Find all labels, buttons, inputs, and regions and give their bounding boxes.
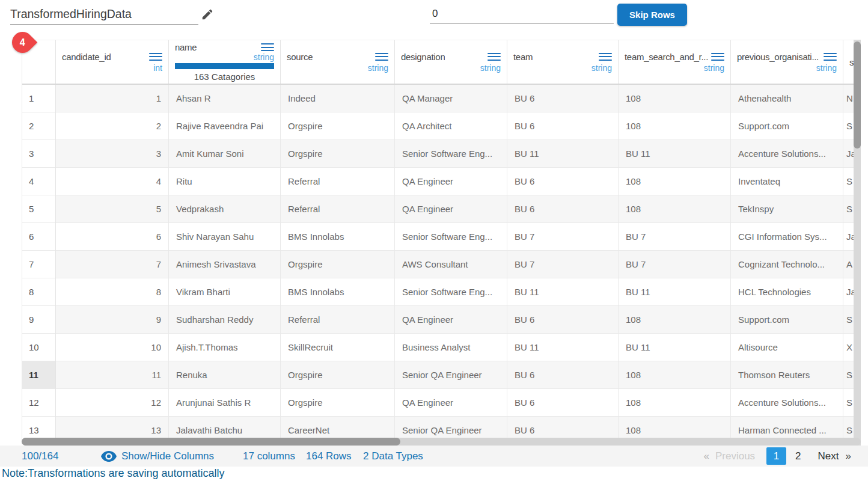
cell-source: SkillRecruit [281, 334, 395, 361]
column-header-candidate_id[interactable]: candidate_idint [56, 40, 169, 84]
cell-designation: AWS Consultant [395, 251, 507, 278]
cell-candidate_id: 9 [56, 306, 169, 334]
table-row: 99Sudharshan ReddyReferralQA EngineerBU … [22, 306, 854, 334]
types-count: 2 Data Types [363, 446, 423, 467]
table-row: 11Ahsan RIndeedQA ManagerBU 6108Athenahe… [22, 85, 854, 112]
cell-candidate_id: 2 [56, 112, 169, 140]
column-menu-icon[interactable] [261, 43, 274, 51]
column-header-name[interactable]: namestring163 Catagories [169, 40, 281, 84]
vertical-scrollbar[interactable] [854, 40, 861, 446]
cell-previous_organisati: CGI Information Sys... [731, 223, 843, 251]
cell-previous_organisati: Support.com [731, 112, 843, 140]
column-menu-icon[interactable] [149, 53, 162, 61]
pagination-page-2[interactable]: 2 [795, 450, 801, 462]
pagination-page-1[interactable]: 1 [766, 447, 786, 465]
skip-rows-button[interactable]: Skip Rows [617, 4, 687, 26]
pagination-previous[interactable]: Previous [715, 450, 755, 462]
cell-team: BU 7 [507, 223, 619, 251]
cell-candidate_id: 4 [56, 168, 169, 195]
cell-designation: QA Engineer [395, 389, 507, 417]
row-number-cell[interactable]: 8 [22, 278, 56, 306]
autosave-note: Note:Transformations are saving automati… [2, 467, 225, 480]
cell-team: BU 11 [507, 278, 619, 306]
cell-partial: S [843, 306, 854, 334]
show-hide-columns-button[interactable]: Show/Hide Columns [101, 446, 214, 467]
vertical-scrollbar-thumb[interactable] [854, 41, 861, 149]
column-menu-icon[interactable] [375, 53, 388, 61]
cell-team: BU 6 [507, 85, 619, 112]
cell-team_search_and_r: 108 [619, 389, 731, 417]
pagination-prev-arrow[interactable]: « [703, 450, 709, 462]
cell-candidate_id: 8 [56, 278, 169, 306]
cell-team_search_and_r: 108 [619, 195, 731, 223]
cell-team: BU 6 [507, 361, 619, 389]
cell-partial: S [843, 389, 854, 417]
row-number-cell[interactable]: 1 [22, 85, 56, 112]
cell-partial: A [843, 251, 854, 278]
column-menu-icon[interactable] [599, 53, 612, 61]
cell-previous_organisati: Inventateq [731, 168, 843, 195]
row-number-cell[interactable]: 11 [22, 361, 56, 389]
column-header-team[interactable]: teamstring [507, 40, 619, 84]
table-row: 66Shiv Narayan SahuBMS InnolabsSenior So… [22, 223, 854, 251]
cell-partial: Ja [843, 223, 854, 251]
cell-source: BMS Innolabs [281, 278, 395, 306]
cell-name: Ahsan R [169, 85, 281, 112]
cell-partial: S [843, 195, 854, 223]
cell-team: BU 6 [507, 168, 619, 195]
pagination-next[interactable]: Next [818, 450, 839, 462]
edit-pencil-icon[interactable] [201, 8, 214, 21]
categories-bar [175, 63, 274, 69]
row-number-cell[interactable]: 7 [22, 251, 56, 278]
column-menu-icon[interactable] [487, 53, 501, 61]
row-number-cell[interactable]: 9 [22, 306, 56, 334]
cell-candidate_id: 12 [56, 389, 169, 417]
cell-source: Referral [281, 195, 395, 223]
column-type-label: string [401, 63, 501, 73]
pagination-next-arrow[interactable]: » [846, 450, 851, 462]
cell-designation: Senior Software Eng... [395, 278, 507, 306]
column-label: team_search_and_r... [625, 52, 708, 62]
eye-icon [101, 451, 117, 462]
column-menu-icon[interactable] [711, 53, 724, 61]
horizontal-scrollbar-thumb[interactable] [22, 438, 400, 446]
cell-name: Animesh Srivastava [169, 251, 281, 278]
cell-team_search_and_r: 108 [619, 361, 731, 389]
cell-team: BU 6 [507, 306, 619, 334]
cell-team: BU 11 [507, 140, 619, 168]
column-header-designation[interactable]: designationstring [395, 40, 507, 84]
table-row: 77Animesh SrivastavaOrgspireAWS Consulta… [22, 251, 854, 278]
row-number-cell[interactable]: 4 [22, 168, 56, 195]
cell-designation: Senior Software Eng... [395, 140, 507, 168]
row-number-cell[interactable]: 6 [22, 223, 56, 251]
column-label: candidate_id [62, 52, 111, 62]
column-header-source[interactable]: sourcestring [281, 40, 395, 84]
dataset-name-input[interactable]: TransformedHiringData [10, 4, 198, 25]
cell-team: BU 11 [507, 334, 619, 361]
column-header-team_search_and_r[interactable]: team_search_and_r...string [619, 40, 731, 84]
cell-partial: S [843, 168, 854, 195]
row-number-cell[interactable]: 10 [22, 334, 56, 361]
table-row: 44RituReferralQA EngineerBU 6108Inventat… [22, 168, 854, 195]
row-number-cell[interactable]: 5 [22, 195, 56, 223]
row-number-cell[interactable]: 3 [22, 140, 56, 168]
column-type-label: string [287, 63, 388, 73]
skip-rows-input[interactable]: 0 [430, 4, 614, 24]
cell-source: Orgspire [281, 112, 395, 140]
cell-team_search_and_r: BU 11 [619, 278, 731, 306]
cell-source: Orgspire [281, 389, 395, 417]
cell-candidate_id: 3 [56, 140, 169, 168]
row-number-cell[interactable]: 12 [22, 389, 56, 417]
cell-candidate_id: 1 [56, 85, 169, 112]
table-body: 11Ahsan RIndeedQA ManagerBU 6108Athenahe… [22, 85, 854, 444]
cell-partial: S [843, 361, 854, 389]
column-header-partial[interactable]: s [843, 40, 854, 84]
cell-name: Arunjunai Sathis R [169, 389, 281, 417]
horizontal-scrollbar[interactable] [22, 438, 861, 446]
row-number-cell[interactable]: 2 [22, 112, 56, 140]
cell-designation: QA Architect [395, 112, 507, 140]
cell-previous_organisati: Accenture Solutions... [731, 140, 843, 168]
column-header-previous_organisati[interactable]: previous_organisati...string [731, 40, 843, 84]
cell-previous_organisati: HCL Technologies [731, 278, 843, 306]
column-menu-icon[interactable] [824, 53, 837, 61]
